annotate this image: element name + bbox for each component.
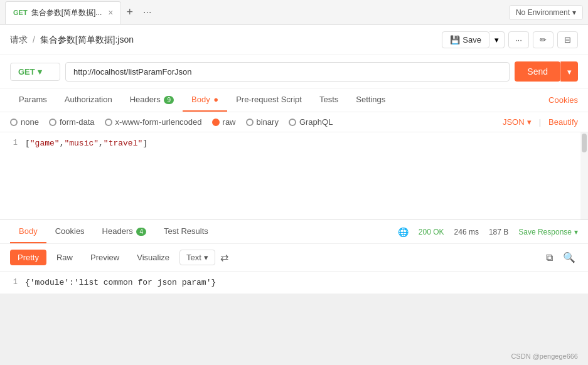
tab-tests[interactable]: Tests — [311, 88, 347, 112]
response-line-content-1: {'module':'list common for json param'} — [25, 278, 588, 287]
send-label: Send — [527, 66, 548, 77]
response-headers-badge: 4 — [136, 228, 146, 236]
chevron-down-icon: ▾ — [494, 35, 499, 45]
cookies-link[interactable]: Cookies — [548, 95, 578, 105]
search-icon: 🔍 — [563, 252, 575, 263]
tab-headers[interactable]: Headers 9 — [121, 88, 183, 112]
save-label: Save — [462, 35, 481, 45]
send-button[interactable]: Send — [515, 61, 560, 82]
response-code-view: 1 {'module':'list common for json param'… — [0, 272, 588, 294]
url-bar: GET ▾ Send ▾ — [0, 55, 588, 88]
environment-selector[interactable]: No Environment ▾ — [509, 5, 583, 20]
text-format-label: Text — [186, 253, 201, 262]
option-raw[interactable]: raw — [212, 117, 236, 127]
format-raw-button[interactable]: Raw — [49, 250, 80, 265]
environment-label: No Environment — [516, 8, 570, 17]
body-active-dot: ● — [213, 95, 218, 104]
radio-none-dot — [10, 119, 18, 126]
response-tab-cookies[interactable]: Cookies — [46, 220, 94, 243]
json-format-selector[interactable]: JSON ▾ — [503, 117, 532, 127]
panel-button[interactable]: ⊟ — [557, 31, 578, 48]
editor-scrollbar[interactable] — [580, 132, 588, 220]
method-label: GET — [18, 67, 35, 77]
close-bracket: ] — [142, 139, 147, 148]
tab-settings[interactable]: Settings — [347, 88, 394, 112]
save-button[interactable]: 💾 Save — [442, 31, 489, 48]
request-title-name: 集合参数[简单数据]:json — [40, 34, 134, 45]
response-tabs: Body Cookies Headers 4 Test Results 🌐 20… — [0, 220, 588, 244]
request-header: 请求 / 集合参数[简单数据]:json 💾 Save ▾ ··· ✏ ⊟ — [0, 25, 588, 55]
status-ok-label: 200 OK — [419, 228, 444, 236]
send-dropdown-button[interactable]: ▾ — [560, 61, 578, 82]
response-time: 246 ms — [454, 228, 479, 236]
response-tab-test-results[interactable]: Test Results — [155, 220, 217, 243]
copy-icon: ⧉ — [546, 252, 553, 263]
wrap-icon-button[interactable]: ⇄ — [218, 249, 231, 266]
option-none[interactable]: none — [10, 117, 39, 127]
response-code-line-1: 1 {'module':'list common for json param'… — [0, 277, 588, 288]
url-input[interactable] — [65, 62, 510, 82]
tab-body[interactable]: Body ● — [183, 88, 227, 112]
tab-bar-right: No Environment ▾ — [509, 5, 583, 20]
tab-pre-request[interactable]: Pre-request Script — [227, 88, 311, 112]
line-content-1: ["game","music","travel"] — [25, 139, 588, 148]
editor-scrollbar-thumb — [582, 134, 587, 152]
json-format-chevron: ▾ — [527, 117, 532, 127]
add-tab-button[interactable]: + — [121, 3, 138, 21]
copy-button[interactable]: ⧉ — [543, 250, 555, 266]
edit-button[interactable]: ✏ — [533, 31, 553, 48]
save-disk-icon: 💾 — [450, 35, 460, 45]
request-tabs-nav: Params Authorization Headers 9 Body ● Pr… — [0, 88, 588, 112]
radio-binary-dot — [246, 119, 254, 126]
beautify-button[interactable]: Beautify — [548, 117, 578, 127]
response-format-right: ⧉ 🔍 — [543, 249, 578, 266]
send-button-group: Send ▾ — [515, 61, 578, 82]
option-binary[interactable]: binary — [246, 117, 279, 127]
save-dropdown-button[interactable]: ▾ — [489, 31, 505, 48]
save-response-chevron: ▾ — [574, 228, 578, 236]
request-code-editor[interactable]: 1 ["game","music","travel"] — [0, 132, 588, 220]
radio-graphql-dot — [289, 119, 296, 126]
search-button[interactable]: 🔍 — [560, 249, 578, 266]
send-chevron-icon: ▾ — [567, 67, 572, 77]
option-graphql[interactable]: GraphQL — [289, 117, 333, 127]
breadcrumb-label: 请求 — [10, 34, 28, 45]
tabs-nav-right: Cookies — [548, 95, 578, 105]
tab-params[interactable]: Params — [10, 88, 56, 112]
tab-more-button[interactable]: ··· — [138, 4, 156, 21]
response-line-number-1: 1 — [0, 278, 25, 287]
json-format-label: JSON — [503, 117, 525, 127]
format-pretty-button[interactable]: Pretty — [10, 250, 46, 265]
open-bracket: [ — [25, 139, 30, 148]
radio-urlencoded-dot — [105, 119, 112, 126]
option-x-www-form-urlencoded[interactable]: x-www-form-urlencoded — [105, 117, 202, 127]
option-form-data[interactable]: form-data — [49, 117, 95, 127]
watermark: CSDN @pengege666 — [511, 352, 578, 360]
more-actions-button[interactable]: ··· — [508, 31, 529, 48]
save-response-button[interactable]: Save Response ▾ — [518, 228, 578, 236]
tab-authorization[interactable]: Authorization — [56, 88, 121, 112]
response-tab-headers[interactable]: Headers 4 — [94, 220, 155, 243]
radio-form-data-dot — [49, 119, 56, 126]
response-size: 187 B — [489, 228, 508, 236]
active-tab[interactable]: GET 集合参数[简单数据]... × — [5, 1, 121, 24]
globe-icon: 🌐 — [398, 227, 409, 237]
response-status-bar: 🌐 200 OK 246 ms 187 B Save Response ▾ — [398, 227, 578, 237]
format-visualize-button[interactable]: Visualize — [129, 250, 177, 265]
chevron-down-icon: ▾ — [572, 8, 576, 17]
line-number-1: 1 — [0, 139, 25, 147]
method-selector[interactable]: GET ▾ — [10, 63, 60, 81]
format-preview-button[interactable]: Preview — [83, 250, 127, 265]
radio-raw-dot — [212, 119, 220, 126]
response-format-bar: Pretty Raw Preview Visualize Text ▾ ⇄ ⧉ … — [0, 244, 588, 272]
method-chevron-icon: ▾ — [38, 67, 42, 77]
response-tab-body[interactable]: Body — [10, 220, 46, 243]
body-options-right: JSON ▾ | Beautify — [503, 117, 578, 127]
code-line-1: 1 ["game","music","travel"] — [0, 137, 588, 149]
tab-title: 集合参数[简单数据]... — [31, 8, 102, 18]
response-section: Body Cookies Headers 4 Test Results 🌐 20… — [0, 220, 588, 294]
tab-method-badge: GET — [13, 9, 28, 16]
request-actions: 💾 Save ▾ ··· ✏ ⊟ — [442, 31, 578, 48]
text-format-selector[interactable]: Text ▾ — [179, 250, 215, 265]
tab-close-button[interactable]: × — [108, 8, 113, 18]
